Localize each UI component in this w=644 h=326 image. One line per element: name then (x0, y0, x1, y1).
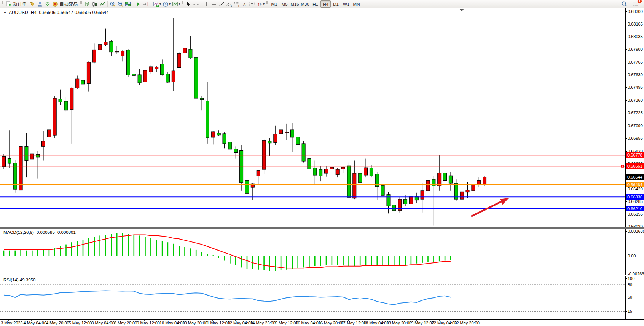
bar-chart-mode-button[interactable] (83, 0, 91, 8)
text-tool-button[interactable]: A (241, 0, 248, 8)
crosshair-tool-button[interactable] (192, 0, 200, 8)
vertical-line-icon (203, 1, 209, 7)
pane-divider[interactable] (0, 275, 644, 276)
notification-badge: 1 (637, 0, 642, 4)
toolbar-grip[interactable] (266, 1, 268, 7)
chat-button[interactable]: 1 (631, 0, 640, 8)
horizontal-line-tool-button[interactable] (210, 0, 218, 8)
rsi-pane[interactable]: RSI(14) 49.3950 100805015 (0, 276, 644, 319)
time-axis[interactable]: 3 May 20234 May 04:004 May 20:005 May 12… (0, 319, 644, 326)
bull-candle (92, 50, 96, 62)
pane-divider[interactable] (0, 227, 644, 229)
auto-trading-button[interactable]: 自动交易 (51, 0, 80, 8)
vertical-line-tool-button[interactable] (202, 0, 210, 8)
svg-text:F: F (238, 5, 240, 7)
auto-scroll-icon (135, 1, 141, 7)
timeframe-m15-button[interactable]: M15 (290, 0, 300, 8)
periods-button[interactable]: ▾ (162, 0, 171, 8)
bull-candle (183, 48, 187, 53)
zoom-out-button[interactable] (116, 0, 124, 8)
candlestick-plot[interactable] (0, 8, 625, 227)
search-button[interactable] (620, 0, 628, 8)
macd-signal-line (4, 235, 451, 268)
time-axis-label: 3 May 2023 (1, 321, 22, 325)
timeframe-m30-button[interactable]: M30 (300, 0, 310, 8)
text-a-icon: A (241, 1, 247, 7)
tile-windows-button[interactable] (124, 0, 132, 8)
timeframe-h1-button[interactable]: H1 (310, 0, 320, 8)
timeframe-d1-button[interactable]: D1 (331, 0, 341, 8)
trendline-tool-button[interactable] (218, 0, 225, 8)
toolbar-grip[interactable] (182, 1, 183, 7)
community-button[interactable] (36, 0, 44, 8)
new-order-button[interactable]: 新订单 (5, 0, 29, 8)
rsi-label: RSI(14) 49.3950 (3, 278, 35, 282)
chart-shift-button[interactable] (142, 0, 150, 8)
timeframe-m5-button[interactable]: M5 (279, 0, 290, 8)
cursor-tool-button[interactable] (185, 0, 192, 8)
bear-candle (234, 149, 238, 153)
signals-button[interactable] (44, 0, 51, 8)
trend-arrow[interactable] (471, 198, 509, 216)
bull-candle (104, 42, 107, 45)
zoom-out-icon (117, 1, 123, 7)
auto-scroll-button[interactable] (134, 0, 142, 8)
timeframe-mn-button[interactable]: MN (351, 0, 362, 8)
time-axis-label: 10 May 20:00 (182, 321, 207, 325)
bull-candle (53, 98, 56, 135)
label-tool-button[interactable]: T (248, 0, 256, 8)
bull-candle (42, 141, 45, 147)
chart-shift-marker[interactable] (459, 9, 464, 11)
arrows-tool-button[interactable]: ▾ (256, 0, 265, 8)
bull-candle (115, 51, 119, 52)
ohlc-values-label: 0.66506 0.66547 0.66505 0.66544 (39, 10, 109, 15)
auto-trading-label: 自动交易 (58, 1, 79, 7)
timeframe-w1-button[interactable]: W1 (341, 0, 351, 8)
bull-candle (466, 190, 469, 192)
price-axis-tick-label: 0.66155 (628, 212, 643, 216)
svg-text:E: E (231, 5, 232, 7)
price-axis-tick-label: 0.68165 (628, 22, 643, 26)
crosshair-icon (193, 1, 199, 7)
price-level-badge: 0.66336 (626, 194, 644, 200)
price-axis-tick-label: 0.68035 (628, 34, 643, 39)
zoom-in-button[interactable] (109, 0, 116, 8)
collapse-triangle-icon[interactable]: ▼ (3, 11, 6, 14)
profile-button[interactable] (29, 0, 36, 8)
bear-candle (223, 134, 226, 144)
timeframe-buttons: M1M5M15M30H1H4D1W1MN (269, 0, 362, 8)
bull-candle (2, 156, 6, 166)
macd-pane[interactable]: MACD(12,26,9) -0.000585 -0.000801 0.0036… (0, 229, 644, 275)
indicators-button[interactable]: ▾ (152, 0, 162, 8)
timeframe-m1-button[interactable]: M1 (269, 0, 279, 8)
toolbar-right-group: 1 (620, 0, 643, 8)
bear-candle (370, 168, 373, 176)
price-pane[interactable]: ▼ AUDUSD-,H4 0.66506 0.66547 0.66505 0.6… (0, 8, 644, 227)
bull-candle (325, 169, 328, 173)
toolbar-grip[interactable] (80, 1, 82, 7)
bull-candle (19, 146, 22, 190)
bear-candle (200, 98, 204, 100)
price-level-badge: 0.66544 (626, 174, 644, 180)
arrows-icon (257, 1, 263, 7)
bear-candle (381, 185, 384, 195)
channel-tool-button[interactable]: E (225, 0, 233, 8)
candlestick-mode-button[interactable] (91, 0, 99, 8)
bull-candle (172, 71, 175, 82)
search-icon (621, 1, 628, 7)
bull-candle (330, 167, 333, 169)
bear-candle (392, 205, 396, 211)
bear-candle (189, 49, 192, 58)
bull-candle (472, 185, 475, 191)
timeframe-h4-button[interactable]: H4 (320, 0, 331, 8)
bear-candle (217, 133, 220, 135)
time-axis-label: 17 May 12:00 (341, 321, 366, 325)
time-axis-label: 9 May 12:00 (137, 321, 160, 325)
bull-candle (477, 181, 481, 184)
templates-button[interactable]: ▾ (171, 0, 181, 8)
fibonacci-tool-button[interactable]: F (233, 0, 241, 8)
bull-candle (285, 132, 289, 133)
line-chart-mode-button[interactable] (99, 0, 106, 8)
bear-candle (161, 64, 164, 75)
toolbar-grip[interactable] (2, 1, 3, 7)
